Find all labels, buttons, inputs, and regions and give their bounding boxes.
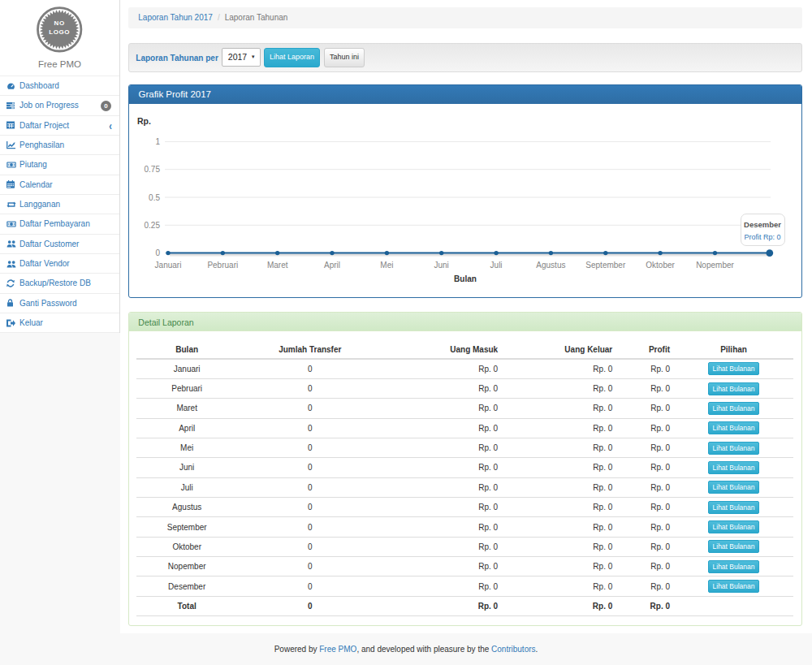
svg-text:NO: NO (54, 19, 65, 27)
svg-text:LOGO: LOGO (49, 28, 70, 36)
